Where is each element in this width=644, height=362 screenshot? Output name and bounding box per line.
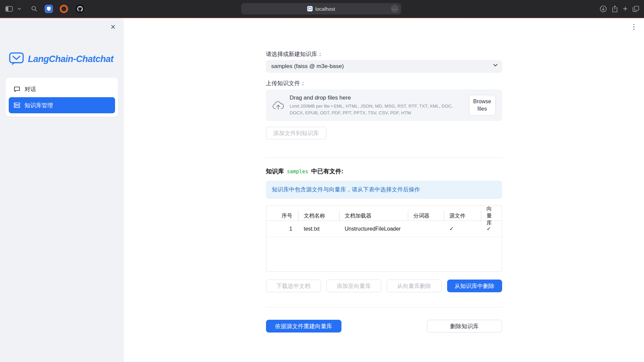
sidebar-item-kb-management[interactable]: 知识库管理 bbox=[9, 97, 115, 113]
extension-orange-icon[interactable] bbox=[60, 5, 68, 13]
kb-select-label: 请选择或新建知识库： bbox=[266, 51, 502, 58]
add-to-vectorstore-button[interactable]: 添加至向量库 bbox=[326, 280, 381, 292]
sidebar-item-label: 知识库管理 bbox=[24, 102, 53, 109]
sidebar-item-label: 对话 bbox=[24, 85, 36, 93]
browse-files-button[interactable]: Browse files bbox=[469, 95, 496, 115]
browser-toolbar: localhost ··· + bbox=[0, 0, 644, 17]
sidebar-toggle-icon[interactable] bbox=[5, 6, 13, 12]
add-files-to-kb-button[interactable]: 添加文件到知识库 bbox=[266, 127, 326, 139]
sidebar-item-dialogue[interactable]: 对话 bbox=[9, 81, 115, 97]
main-panel: ⋮ 请选择或新建知识库： samples (faiss @ m3e-base) … bbox=[124, 18, 644, 362]
file-dropzone[interactable]: Drag and drop files here Limit 200MB per… bbox=[266, 89, 502, 121]
file-action-buttons: 下载选中文档 添加至向量库 从向量库删除 从知识库中删除 bbox=[266, 280, 502, 292]
upload-label: 上传知识文件： bbox=[266, 80, 502, 87]
extension-blue-icon[interactable] bbox=[45, 5, 53, 13]
sidebar-close-icon[interactable]: ✕ bbox=[108, 22, 118, 32]
kb-heading-suffix: 中已有文件: bbox=[311, 168, 343, 175]
logo-chat-icon bbox=[9, 52, 24, 66]
chat-bubble-icon bbox=[14, 86, 20, 92]
database-list-icon bbox=[14, 103, 20, 108]
sidebar: ✕ LangChain-Chatchat 对话 bbox=[0, 18, 124, 362]
cell-splitter bbox=[408, 221, 444, 237]
rebuild-vectorstore-button[interactable]: 依据源文件重建向量库 bbox=[266, 320, 341, 333]
site-favicon bbox=[307, 6, 313, 11]
dropzone-title: Drag and drop files here bbox=[290, 95, 464, 101]
dropzone-limit: Limit 200MB per file • EML, HTML, JSON, … bbox=[290, 103, 464, 116]
delete-kb-button[interactable]: 删除知识库 bbox=[427, 320, 502, 333]
dropzone-text: Drag and drop files here Limit 200MB per… bbox=[290, 95, 464, 116]
cell-index: 1 bbox=[266, 221, 298, 237]
app-menu-icon[interactable]: ⋮ bbox=[629, 22, 639, 32]
kb-management-content: 请选择或新建知识库： samples (faiss @ m3e-base) 上传… bbox=[266, 18, 502, 333]
kb-selectbox[interactable]: samples (faiss @ m3e-base) bbox=[266, 60, 502, 73]
cell-sourcefile-check: ✓ bbox=[444, 221, 481, 237]
table-header-row: 序号 文档名称 文档加载器 分词器 源文件 向量库 bbox=[266, 205, 502, 221]
sidebar-nav: 对话 知识库管理 bbox=[6, 78, 118, 117]
cell-vectorstore-check: ✓ bbox=[481, 221, 502, 237]
downloads-icon[interactable] bbox=[600, 5, 607, 12]
github-icon[interactable] bbox=[75, 4, 84, 13]
kb-name-code: samples bbox=[287, 168, 308, 175]
kb-files-table: 序号 文档名称 文档加载器 分词器 源文件 向量库 1 test.txt Uns… bbox=[266, 205, 502, 272]
kb-global-actions: 依据源文件重建向量库 删除知识库 bbox=[266, 320, 502, 333]
new-tab-icon[interactable]: + bbox=[623, 4, 628, 13]
tab-overview-icon[interactable] bbox=[633, 6, 639, 12]
app-window: ✕ LangChain-Chatchat 对话 bbox=[0, 18, 644, 362]
divider bbox=[266, 307, 502, 307]
logo-text: LangChain-Chatchat bbox=[28, 54, 113, 64]
share-icon[interactable] bbox=[612, 5, 618, 12]
table-row[interactable]: 1 test.txt UnstructuredFileLoader ✓ ✓ bbox=[266, 221, 502, 237]
kb-files-heading: 知识库 samples 中已有文件: bbox=[266, 168, 502, 175]
url-text: localhost bbox=[315, 6, 335, 12]
cell-loader: UnstructuredFileLoader bbox=[339, 221, 408, 237]
kb-selected-value: samples (faiss @ m3e-base) bbox=[271, 63, 344, 70]
address-bar[interactable]: localhost ··· bbox=[241, 3, 401, 14]
search-icon[interactable] bbox=[31, 6, 37, 12]
page-options-icon[interactable]: ··· bbox=[391, 5, 399, 13]
delete-from-kb-button[interactable]: 从知识库中删除 bbox=[447, 280, 502, 292]
download-selected-button[interactable]: 下载选中文档 bbox=[266, 280, 321, 292]
divider bbox=[266, 158, 502, 158]
chevron-down-icon[interactable] bbox=[17, 8, 21, 10]
app-logo: LangChain-Chatchat bbox=[9, 52, 124, 66]
delete-from-vectorstore-button[interactable]: 从向量库删除 bbox=[387, 280, 442, 292]
select-chevron-down-icon bbox=[493, 64, 498, 67]
cloud-upload-icon bbox=[272, 101, 284, 110]
cell-docname: test.txt bbox=[298, 221, 339, 237]
kb-heading-prefix: 知识库 bbox=[266, 168, 284, 175]
info-banner: 知识库中包含源文件与向量库，请从下表中选择文件后操作 bbox=[266, 181, 502, 199]
